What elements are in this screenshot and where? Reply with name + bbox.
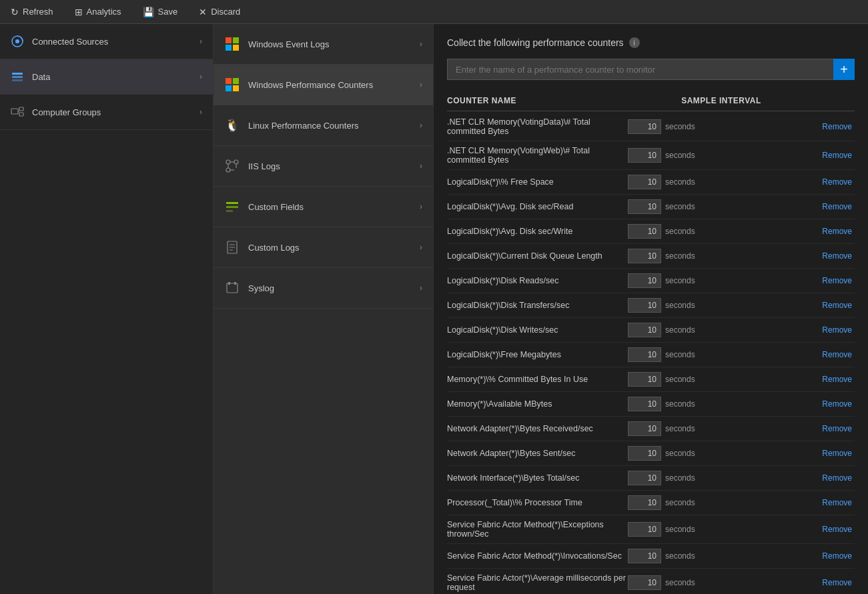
remove-button-14[interactable]: Remove [815, 473, 855, 483]
syslog-icon [224, 280, 240, 296]
counter-name-13: Network Adapter(*)\Bytes Sent/sec [447, 449, 628, 458]
nav-item-linux-perf-counters[interactable]: 🐧 Linux Performance Counters › [213, 105, 433, 146]
col-sample-interval-header: SAMPLE INTERVAL [628, 96, 815, 105]
remove-button-11[interactable]: Remove [815, 399, 855, 409]
svg-rect-2 [12, 73, 23, 75]
remove-button-15[interactable]: Remove [815, 498, 855, 507]
svg-rect-14 [233, 78, 239, 84]
interval-unit-6: seconds [665, 276, 699, 285]
svg-rect-5 [11, 109, 18, 114]
svg-rect-3 [12, 76, 23, 78]
nav-chevron-icon-2: › [420, 80, 422, 89]
remove-button-9[interactable]: Remove [815, 350, 855, 359]
windows-event-logs-icon [224, 36, 240, 52]
interval-input-2[interactable] [628, 175, 661, 189]
interval-input-4[interactable] [628, 224, 661, 239]
interval-input-6[interactable] [628, 273, 661, 288]
nav-item-windows-event-logs[interactable]: Windows Event Logs › [213, 24, 433, 65]
chevron-right-icon: › [199, 37, 202, 46]
remove-button-16[interactable]: Remove [815, 525, 855, 534]
nav-item-windows-perf-counters[interactable]: Windows Performance Counters › [213, 65, 433, 105]
interval-input-14[interactable] [628, 471, 661, 485]
interval-input-16[interactable] [628, 522, 661, 537]
counter-name-5: LogicalDisk(*)\Current Disk Queue Length [447, 251, 628, 261]
windows-perf-counters-icon [224, 77, 240, 93]
col-counter-name-header: COUNTER NAME [447, 96, 628, 105]
add-counter-button[interactable]: + [833, 59, 855, 80]
interval-cell-17: seconds [628, 549, 815, 563]
svg-rect-9 [226, 37, 232, 43]
table-row: Service Fabric Actor Method(*)\Exception… [447, 515, 855, 544]
remove-button-8[interactable]: Remove [815, 325, 855, 335]
nav-item-syslog[interactable]: Syslog › [213, 268, 433, 309]
remove-button-10[interactable]: Remove [815, 375, 855, 384]
remove-button-2[interactable]: Remove [815, 177, 855, 187]
custom-logs-icon [224, 239, 240, 255]
table-row: LogicalDisk(*)\Avg. Disk sec/Write secon… [447, 219, 855, 244]
save-icon: 💾 [143, 7, 154, 17]
nav-item-custom-fields[interactable]: Custom Fields › [213, 187, 433, 227]
sidebar-item-data[interactable]: Data › [0, 59, 213, 95]
remove-button-17[interactable]: Remove [815, 551, 855, 561]
remove-button-6[interactable]: Remove [815, 276, 855, 285]
interval-input-11[interactable] [628, 397, 661, 411]
analytics-button[interactable]: ⊞ Analytics [71, 4, 125, 20]
interval-input-5[interactable] [628, 249, 661, 263]
discard-button[interactable]: ✕ Discard [195, 4, 244, 20]
nav-item-custom-logs[interactable]: Custom Logs › [213, 227, 433, 268]
interval-input-1[interactable] [628, 148, 661, 163]
interval-cell-4: seconds [628, 224, 815, 239]
svg-rect-24 [226, 202, 238, 204]
interval-input-10[interactable] [628, 372, 661, 387]
counter-search-input[interactable] [447, 59, 833, 80]
table-row: LogicalDisk(*)\Disk Transfers/sec second… [447, 293, 855, 318]
nav-item-iis-logs[interactable]: IIS Logs › [213, 146, 433, 187]
interval-input-9[interactable] [628, 347, 661, 362]
counter-name-1: .NET CLR Memory(VotingWeb)\# Total commi… [447, 146, 628, 165]
table-row: Service Fabric Actor Method(*)\Invocatio… [447, 544, 855, 569]
interval-unit-14: seconds [665, 473, 699, 483]
refresh-icon: ↻ [11, 7, 19, 17]
remove-button-3[interactable]: Remove [815, 202, 855, 211]
interval-input-0[interactable] [628, 119, 661, 134]
interval-input-3[interactable] [628, 199, 661, 214]
interval-input-13[interactable] [628, 446, 661, 461]
table-row: Service Fabric Actor(*)\Average millisec… [447, 569, 855, 594]
interval-cell-1: seconds [628, 148, 815, 163]
interval-input-7[interactable] [628, 298, 661, 313]
interval-unit-12: seconds [665, 424, 699, 433]
remove-button-0[interactable]: Remove [815, 122, 855, 131]
refresh-button[interactable]: ↻ Refresh [7, 4, 57, 20]
chevron-right-icon-3: › [199, 107, 202, 117]
info-icon[interactable]: i [629, 37, 640, 48]
interval-unit-17: seconds [665, 551, 699, 561]
table-header: COUNTER NAME SAMPLE INTERVAL [447, 91, 855, 111]
remove-button-5[interactable]: Remove [815, 251, 855, 261]
sidebar-item-computer-groups[interactable]: Computer Groups › [0, 95, 213, 130]
interval-unit-13: seconds [665, 449, 699, 458]
svg-rect-10 [233, 37, 239, 43]
interval-input-12[interactable] [628, 421, 661, 436]
counter-name-0: .NET CLR Memory(VotingData)\# Total comm… [447, 117, 628, 136]
counter-name-10: Memory(*)\% Committed Bytes In Use [447, 375, 628, 384]
table-row: Network Interface(*)\Bytes Total/sec sec… [447, 466, 855, 491]
remove-button-1[interactable]: Remove [815, 151, 855, 160]
interval-unit-4: seconds [665, 227, 699, 236]
remove-button-4[interactable]: Remove [815, 227, 855, 236]
table-row: LogicalDisk(*)\Free Megabytes seconds Re… [447, 343, 855, 367]
table-row: LogicalDisk(*)\Disk Reads/sec seconds Re… [447, 269, 855, 293]
svg-rect-25 [226, 206, 238, 208]
interval-input-8[interactable] [628, 323, 661, 337]
interval-unit-5: seconds [665, 251, 699, 261]
search-row: + [447, 59, 855, 80]
interval-input-15[interactable] [628, 495, 661, 510]
remove-button-18[interactable]: Remove [815, 578, 855, 587]
interval-input-17[interactable] [628, 549, 661, 563]
save-button[interactable]: 💾 Save [139, 4, 182, 20]
sidebar-item-connected-sources[interactable]: Connected Sources › [0, 24, 213, 59]
remove-button-7[interactable]: Remove [815, 301, 855, 310]
interval-input-18[interactable] [628, 575, 661, 590]
remove-button-13[interactable]: Remove [815, 449, 855, 458]
remove-button-12[interactable]: Remove [815, 424, 855, 433]
nav-chevron-icon-1: › [420, 39, 422, 49]
